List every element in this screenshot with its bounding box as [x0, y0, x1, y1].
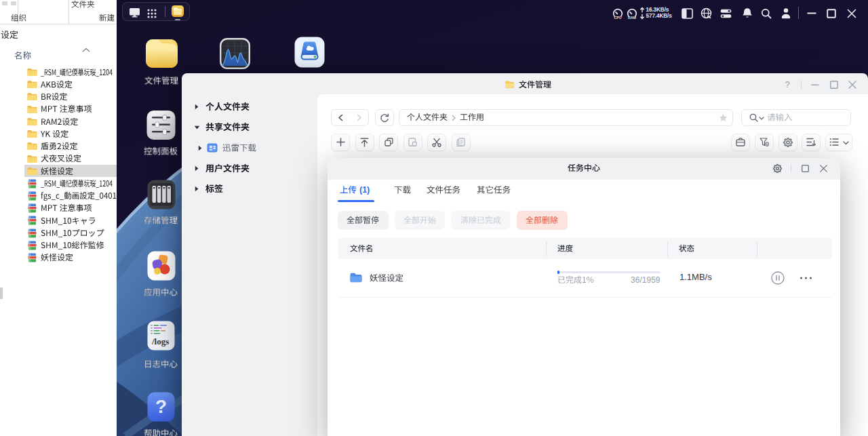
- svg-text:CPU: CPU: [614, 16, 621, 20]
- svg-text:RAM: RAM: [628, 16, 636, 20]
- svg-text:?: ?: [155, 396, 167, 417]
